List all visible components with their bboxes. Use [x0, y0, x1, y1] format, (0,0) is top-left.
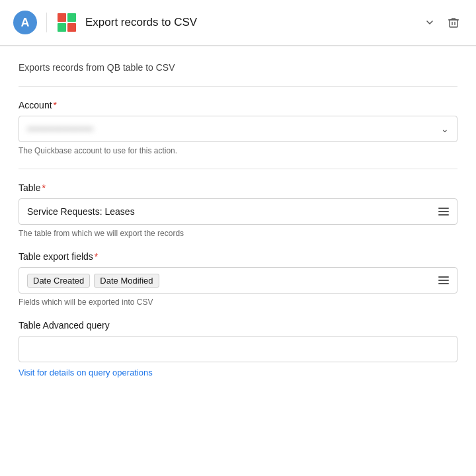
account-section: Account* •••••••••••••••••••••• ⌄ The Qu…	[19, 100, 457, 155]
table-export-fields-label: Table export fields*	[19, 251, 457, 262]
account-label: Account*	[19, 100, 457, 110]
svg-rect-2	[67, 13, 76, 22]
svg-rect-5	[450, 20, 457, 27]
delete-button[interactable]	[444, 13, 463, 32]
svg-rect-3	[58, 23, 66, 32]
table-section: Table* Service Requests: Leases The tabl…	[19, 182, 457, 238]
export-fields-hint: Fields which will be exported into CSV	[19, 298, 457, 307]
main-container: A Export records to CSV	[0, 0, 476, 476]
advanced-query-label: Table Advanced query	[19, 320, 457, 331]
table-export-fields-section: Table export fields* Date Created Date M…	[19, 251, 457, 307]
tag-date-modified: Date Modified	[94, 274, 159, 288]
content-area: Exports records from QB table to CSV Acc…	[0, 46, 476, 393]
account-required-star: *	[54, 100, 57, 110]
avatar: A	[13, 11, 37, 34]
table-menu-icon	[438, 208, 449, 216]
account-chevron-icon: ⌄	[441, 124, 449, 134]
table-dropdown[interactable]: Service Requests: Leases	[19, 198, 457, 225]
page-title: Export records to CSV	[85, 16, 197, 29]
trash-icon	[448, 17, 459, 28]
tags-container: Date Created Date Modified	[27, 274, 159, 288]
header: A Export records to CSV	[0, 0, 476, 46]
svg-rect-4	[67, 23, 76, 32]
svg-rect-1	[58, 13, 66, 22]
description-text: Exports records from QB table to CSV	[19, 62, 457, 87]
app-logo-icon	[56, 12, 77, 33]
chevron-down-icon	[424, 17, 435, 28]
header-actions	[420, 13, 463, 32]
header-divider	[46, 13, 47, 32]
tag-date-created: Date Created	[27, 274, 90, 288]
account-dropdown[interactable]: •••••••••••••••••••••• ⌄	[19, 116, 457, 142]
query-details-link[interactable]: Visit for details on query operations	[19, 368, 153, 377]
table-label: Table*	[19, 182, 457, 193]
export-fields-menu-icon	[438, 276, 449, 284]
advanced-query-section: Table Advanced query Visit for details o…	[19, 320, 457, 377]
table-hint: The table from which we will export the …	[19, 229, 457, 238]
account-value: ••••••••••••••••••••••	[27, 124, 93, 134]
table-required-star: *	[42, 182, 45, 193]
export-fields-required-star: *	[95, 251, 98, 262]
advanced-query-input[interactable]	[19, 336, 457, 362]
collapse-button[interactable]	[420, 13, 439, 32]
table-export-fields-input[interactable]: Date Created Date Modified	[19, 267, 457, 294]
account-hint: The Quickbase account to use for this ac…	[19, 146, 457, 155]
table-value: Service Requests: Leases	[27, 206, 135, 217]
